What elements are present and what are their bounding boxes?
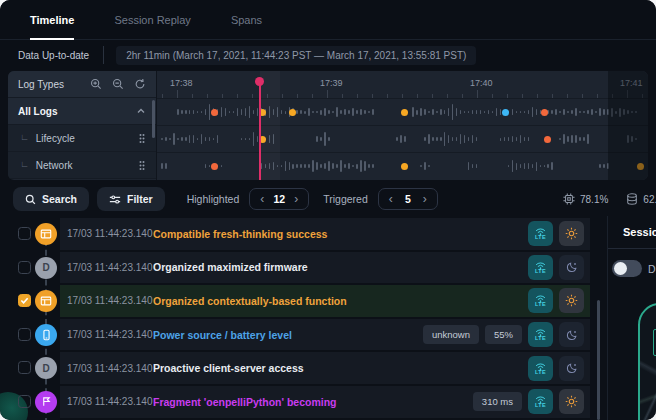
- row-checkbox[interactable]: [18, 328, 31, 341]
- all-logs-label: All Logs: [18, 106, 57, 117]
- device-battery-icon: [35, 324, 57, 346]
- log-message: Fragment 'oenpelliPython' becoming: [153, 396, 467, 408]
- network-lte-button[interactable]: LTE: [528, 221, 553, 246]
- filter-button[interactable]: Filter: [97, 187, 165, 211]
- filter-bar: Search Filter Highlighted ‹ 12 › Trigger…: [0, 182, 656, 216]
- playhead[interactable]: [259, 79, 261, 180]
- light-mode-button[interactable]: [559, 221, 584, 246]
- chevron-up-icon[interactable]: [136, 106, 146, 116]
- chevron-right-icon[interactable]: ›: [294, 193, 298, 205]
- tab-timeline[interactable]: Timeline: [30, 0, 74, 39]
- triggered-stepper: ‹ 5 ›: [378, 188, 438, 210]
- log-row-card[interactable]: 17/03 11:44:23.140 Proactive client-serv…: [60, 352, 590, 384]
- check-icon: [20, 296, 29, 305]
- log-row-card[interactable]: 17/03 11:44:23.140 Fragment 'oenpelliPyt…: [60, 386, 590, 418]
- refresh-icon[interactable]: [134, 78, 146, 90]
- resource-usage: 78.1% 62.3%: [563, 182, 656, 216]
- session-panel: Session D: [607, 216, 656, 420]
- waveform-track-lifecycle: [157, 125, 648, 152]
- log-types-scrollbar[interactable]: [152, 100, 155, 138]
- dark-mode-button[interactable]: [559, 356, 584, 381]
- chevron-left-icon[interactable]: ‹: [260, 193, 264, 205]
- light-mode-button[interactable]: [559, 389, 584, 414]
- tree-connector-icon: ∟: [20, 159, 29, 169]
- highlighted-stepper: ‹ 12 ›: [249, 188, 309, 210]
- tree-connector-icon: ∟: [20, 132, 29, 142]
- event-dot[interactable]: [502, 109, 509, 116]
- highlighted-label: Highlighted: [187, 193, 240, 205]
- moon-icon: [566, 362, 578, 374]
- network-lte-button[interactable]: LTE: [528, 288, 553, 313]
- timeline-canvas[interactable]: 17:38 17:39 17:40 17:41: [157, 71, 648, 180]
- row-checkbox[interactable]: [18, 395, 31, 408]
- network-lte-button[interactable]: LTE: [528, 356, 553, 381]
- log-type-row-lifecycle[interactable]: ∟ Lifecycle: [8, 125, 156, 152]
- row-checkbox-checked[interactable]: [18, 294, 31, 307]
- device-preview-frame[interactable]: [638, 303, 656, 420]
- log-row-card[interactable]: 17/03 11:44:23.140 Organized maximized f…: [60, 252, 590, 284]
- network-lte-button[interactable]: LTE: [528, 255, 553, 280]
- zoom-in-icon[interactable]: [90, 78, 102, 90]
- cpu-icon: [563, 193, 575, 205]
- log-row: 17/03 11:44:23.140 Power source / batter…: [0, 319, 590, 351]
- sun-icon: [565, 294, 578, 307]
- event-dot[interactable]: [289, 109, 296, 116]
- value-badge: 55%: [485, 325, 522, 344]
- log-row-card[interactable]: 17/03 11:44:23.140 Compatible fresh-thin…: [60, 218, 590, 250]
- app-window: Timeline Session Replay Spans Data Up-to…: [0, 0, 656, 420]
- data-status-bar: Data Up-to-date 2hr 11min (March 17, 202…: [0, 40, 656, 70]
- log-types-column: Log Types All Logs ∟: [8, 71, 157, 180]
- waveform: [157, 126, 648, 152]
- data-status-label: Data Up-to-date: [18, 50, 89, 61]
- network-lte-button[interactable]: LTE: [528, 389, 553, 414]
- dark-mode-button[interactable]: [559, 322, 584, 347]
- log-timestamp: 17/03 11:44:23.140: [67, 396, 153, 407]
- log-message: Proactive client-server access: [153, 362, 522, 374]
- row-checkbox[interactable]: [18, 361, 31, 374]
- search-button[interactable]: Search: [13, 187, 89, 211]
- network-label: Network: [36, 160, 73, 171]
- row-checkbox[interactable]: [18, 227, 31, 240]
- event-dot[interactable]: [544, 136, 551, 143]
- tab-bar: Timeline Session Replay Spans: [0, 0, 656, 40]
- zoom-out-icon[interactable]: [112, 78, 124, 90]
- log-list-scrollbar[interactable]: [597, 300, 600, 420]
- log-type-row-all-logs[interactable]: All Logs: [8, 98, 156, 125]
- memory-icon: [626, 193, 638, 205]
- session-toggle[interactable]: [612, 260, 642, 277]
- log-message: Compatible fresh-thinking success: [153, 228, 522, 240]
- divider: [103, 46, 104, 64]
- light-mode-button[interactable]: [559, 288, 584, 313]
- time-label: 17:39: [320, 78, 343, 88]
- log-message: Organized contextually-based function: [153, 295, 522, 307]
- log-type-row-network[interactable]: ∟ Network: [8, 152, 156, 179]
- value-badge: unknown: [423, 325, 479, 344]
- log-list: 17/03 11:44:23.140 Compatible fresh-thin…: [0, 218, 590, 420]
- log-timestamp: 17/03 11:44:23.140: [67, 295, 153, 306]
- breadcrumb-icon: [35, 223, 57, 245]
- filter-sliders-icon: [109, 194, 121, 205]
- moon-icon: [566, 329, 578, 341]
- selection-band: [260, 71, 280, 180]
- row-checkbox[interactable]: [18, 261, 31, 274]
- log-timestamp: 17/03 11:44:23.140: [67, 329, 153, 340]
- divider: [608, 248, 656, 249]
- drag-handle-icon[interactable]: [138, 133, 146, 144]
- network-lte-button[interactable]: LTE: [528, 322, 553, 347]
- lifecycle-label: Lifecycle: [36, 133, 75, 144]
- chevron-left-icon[interactable]: ‹: [389, 193, 393, 205]
- tab-session-replay[interactable]: Session Replay: [114, 0, 190, 39]
- log-row-card[interactable]: 17/03 11:44:23.140 Organized contextuall…: [60, 285, 590, 317]
- breadcrumb-icon: [35, 290, 57, 312]
- sun-icon: [565, 395, 578, 408]
- dark-mode-button[interactable]: [559, 255, 584, 280]
- triggered-value: 5: [402, 193, 414, 205]
- log-row-card[interactable]: 17/03 11:44:23.140 Power source / batter…: [60, 319, 590, 351]
- log-types-title: Log Types: [18, 79, 64, 90]
- search-icon: [25, 194, 36, 205]
- log-timestamp: 17/03 11:44:23.140: [67, 228, 153, 239]
- chevron-right-icon[interactable]: ›: [423, 193, 427, 205]
- cpu-usage: 78.1%: [563, 193, 608, 205]
- tab-spans[interactable]: Spans: [231, 0, 262, 39]
- drag-handle-icon[interactable]: [138, 160, 146, 171]
